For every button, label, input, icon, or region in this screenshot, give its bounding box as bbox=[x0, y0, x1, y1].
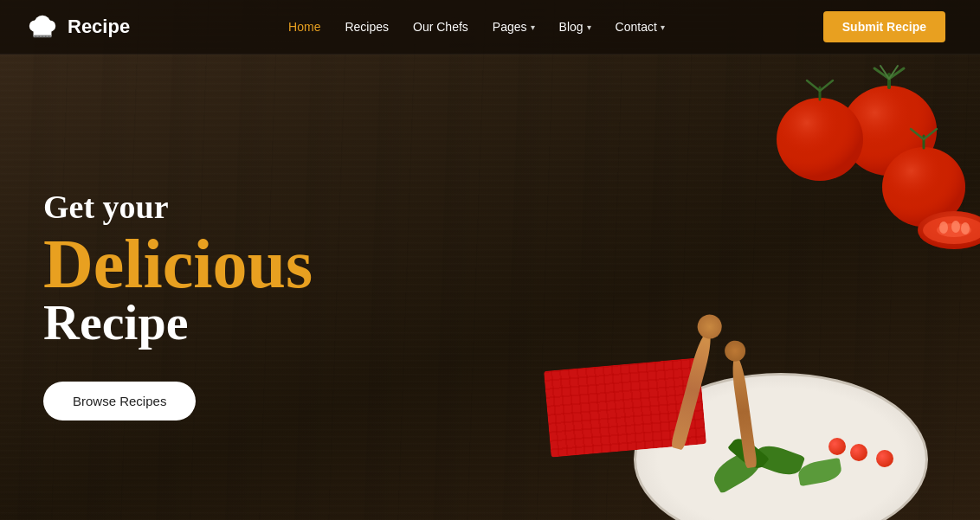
brand-name: Recipe bbox=[68, 16, 130, 38]
chevron-down-icon: ▾ bbox=[587, 22, 591, 32]
svg-point-1 bbox=[29, 20, 41, 31]
svg-line-13 bbox=[874, 68, 889, 79]
nav-item-contact[interactable]: Contact ▾ bbox=[616, 20, 665, 34]
plate-tomato bbox=[850, 444, 867, 461]
svg-line-20 bbox=[807, 80, 820, 91]
submit-recipe-button[interactable]: Submit Recipe bbox=[823, 11, 945, 42]
chevron-down-icon: ▾ bbox=[531, 22, 535, 32]
nav-link-pages[interactable]: Pages ▾ bbox=[493, 20, 535, 34]
navbar: Recipe Home Recipes Our Chefs Pages ▾ Bl… bbox=[0, 0, 980, 55]
nav-link-contact[interactable]: Contact ▾ bbox=[616, 20, 665, 34]
page-wrapper: Recipe Home Recipes Our Chefs Pages ▾ Bl… bbox=[0, 0, 980, 520]
svg-point-31 bbox=[939, 221, 948, 234]
svg-point-32 bbox=[951, 221, 960, 233]
chef-hat-icon bbox=[26, 10, 59, 43]
svg-point-18 bbox=[777, 98, 863, 181]
hero-title-white: Recipe bbox=[43, 295, 313, 350]
hero-content: Get your Delicious Recipe Browse Recipes bbox=[43, 153, 313, 420]
browse-recipes-button[interactable]: Browse Recipes bbox=[43, 382, 196, 420]
nav-link-recipes[interactable]: Recipes bbox=[345, 20, 389, 34]
nav-link-chefs[interactable]: Our Chefs bbox=[413, 20, 468, 34]
nav-item-home[interactable]: Home bbox=[288, 20, 320, 34]
nav-item-blog[interactable]: Blog ▾ bbox=[559, 20, 591, 34]
salad-leaf bbox=[796, 458, 843, 486]
svg-line-14 bbox=[889, 68, 904, 79]
svg-line-21 bbox=[820, 80, 833, 91]
nav-item-recipes[interactable]: Recipes bbox=[345, 20, 389, 34]
hero-pre-title: Get your bbox=[43, 188, 313, 228]
salad bbox=[703, 440, 876, 509]
hero-title-gold: Delicious bbox=[43, 228, 313, 300]
svg-point-33 bbox=[961, 222, 970, 234]
tomatoes-svg bbox=[738, 61, 980, 260]
nav-link-blog[interactable]: Blog ▾ bbox=[559, 20, 591, 34]
nav-item-pages[interactable]: Pages ▾ bbox=[493, 20, 535, 34]
nav-links: Home Recipes Our Chefs Pages ▾ Blog ▾ bbox=[288, 20, 665, 34]
tomatoes-group bbox=[738, 61, 963, 252]
nav-item-chefs[interactable]: Our Chefs bbox=[413, 20, 468, 34]
svg-point-2 bbox=[44, 20, 55, 31]
chevron-down-icon: ▾ bbox=[661, 22, 665, 32]
nav-link-home[interactable]: Home bbox=[288, 20, 320, 34]
plate-tomato bbox=[876, 450, 893, 467]
food-images bbox=[530, 53, 980, 520]
brand: Recipe bbox=[26, 10, 130, 43]
plate-tomato bbox=[828, 438, 846, 455]
